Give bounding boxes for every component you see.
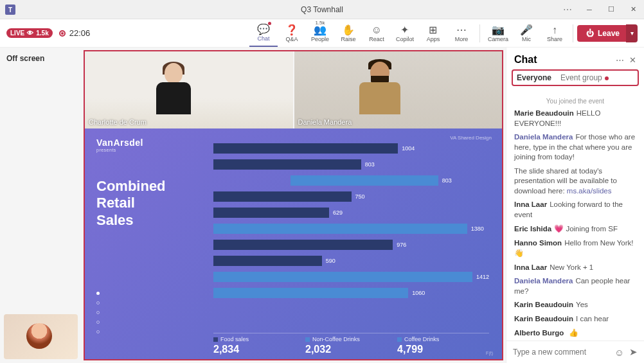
- titlebar-more-icon[interactable]: ⋯: [563, 4, 573, 15]
- camera-icon: 📷: [492, 24, 505, 36]
- toolbar-item-label: Apps: [427, 36, 440, 42]
- message-author: Inna Laar: [514, 200, 547, 208]
- bar: [213, 224, 467, 234]
- toolbar-raise-button[interactable]: ✋Raise: [334, 20, 362, 47]
- chat-tab-event-group[interactable]: Event group: [560, 73, 609, 82]
- chat-message: Alberto Burgo 👍: [514, 328, 636, 339]
- avatar: [361, 59, 399, 117]
- legend-label: Coffee Drinks: [397, 336, 489, 342]
- bar-value: 629: [333, 209, 343, 216]
- main-area: Off screen Charlotte de Crum Daniela Man…: [0, 48, 644, 363]
- video-tile[interactable]: Charlotte de Crum: [85, 51, 293, 128]
- toolbar-react-button[interactable]: ☺React: [362, 20, 391, 47]
- toolbar-share-button[interactable]: ↑Share: [541, 20, 569, 47]
- bar-value: 1060: [412, 290, 425, 296]
- share-icon: ↑: [552, 24, 557, 36]
- video-tile[interactable]: Daniela Mandera: [294, 51, 503, 128]
- toolbar-apps-button[interactable]: ⊞Apps: [419, 20, 447, 47]
- maximize-button[interactable]: ☐: [600, 0, 622, 19]
- react-icon: ☺: [371, 24, 382, 36]
- chat-message: Inna LaarLooking forward to the event: [514, 200, 636, 220]
- bar-chart: 1004803803750629138097659014121060: [213, 141, 489, 333]
- stage: Charlotte de Crum Daniela Mandera VanArs…: [84, 48, 506, 363]
- participant-name: Charlotte de Crum: [89, 118, 147, 126]
- legend-item: Food sales2,834: [213, 336, 305, 355]
- participant-name: Daniela Mandera: [298, 118, 352, 126]
- chat-message: Eric Ishida💗 Joining from SF: [514, 224, 636, 235]
- chat-icon: 💬: [257, 24, 270, 35]
- toolbar-camera-button[interactable]: 📷Camera: [484, 20, 512, 47]
- toolbar-item-label: Raise: [341, 36, 355, 42]
- apps-icon: ⊞: [429, 24, 437, 36]
- people-icon: 👥: [314, 24, 326, 36]
- close-button[interactable]: ✕: [622, 0, 644, 19]
- notification-dot: [268, 22, 271, 25]
- message-author: Daniela Mandera: [514, 277, 573, 285]
- bar-row: 1004: [213, 141, 489, 155]
- chat-message: Marie BeaudouinHELLO EVERYONE!!!: [514, 109, 636, 128]
- toolbar-actions: 💬Chat❓Q&A1.5k👥People✋Raise☺React✦Copilot…: [249, 20, 476, 47]
- message-text: Hello from New York!: [564, 239, 633, 247]
- chat-header: Chat ⋯ ✕: [506, 48, 644, 69]
- notification-dot: [605, 76, 609, 80]
- bar: [213, 272, 472, 282]
- left-gutter: Off screen: [0, 48, 84, 363]
- leave-caret-button[interactable]: ▾: [626, 24, 638, 42]
- message-author: Eric Ishida: [514, 225, 551, 233]
- eye-icon: 👁: [27, 30, 33, 37]
- chat-message: The slide shared at today's presentation…: [514, 166, 636, 197]
- bar-value: 750: [355, 193, 365, 200]
- message-text: I can hear: [576, 315, 609, 323]
- bar: [213, 143, 398, 154]
- toolbar-item-label: Chat: [257, 35, 269, 42]
- window-title: Q3 Townhall: [301, 5, 343, 14]
- live-label: LIVE: [10, 30, 24, 37]
- toolbar-q&a-button[interactable]: ❓Q&A: [278, 20, 306, 47]
- toolbar-chat-button[interactable]: 💬Chat: [249, 20, 278, 47]
- q&a-icon: ❓: [285, 24, 298, 36]
- chat-message: Karin BeaudouinYes: [514, 300, 636, 310]
- toolbar-device-controls: 📷Camera🎤Mic↑Share: [484, 20, 569, 47]
- chat-title: Chat: [514, 54, 611, 66]
- message-author: Karin Beaudouin: [514, 301, 573, 308]
- bar: [213, 240, 393, 250]
- legend-label: Non-Coffee Drinks: [305, 336, 397, 342]
- bar-row: 1412: [213, 270, 489, 284]
- legend-item: Non-Coffee Drinks2,032: [305, 336, 397, 355]
- bar: [213, 256, 322, 266]
- bar-value: 1004: [402, 145, 415, 152]
- toolbar-more-button[interactable]: ⋯More: [447, 20, 476, 47]
- chat-tab-everyone[interactable]: Everyone: [517, 73, 551, 82]
- message-author: Daniela Mandera: [514, 133, 573, 141]
- message-link[interactable]: ms.aka/slides: [567, 187, 612, 195]
- chat-messages[interactable]: You joined the event Marie BeaudouinHELL…: [506, 90, 644, 341]
- self-view-tile[interactable]: [4, 314, 78, 359]
- avatar: [157, 63, 190, 114]
- toolbar-item-label: More: [455, 36, 469, 42]
- chat-input[interactable]: [513, 348, 609, 357]
- minimize-button[interactable]: ─: [578, 0, 600, 19]
- toolbar-people-button[interactable]: 1.5k👥People: [306, 20, 334, 47]
- avatar: [26, 323, 52, 349]
- toolbar-item-label: Share: [547, 36, 562, 42]
- slide-pager[interactable]: [96, 292, 100, 333]
- chat-more-icon[interactable]: ⋯: [616, 55, 624, 65]
- bar-row: 629: [213, 206, 489, 220]
- toolbar-item-label: Camera: [488, 36, 508, 42]
- bar: [213, 159, 361, 170]
- toolbar-copilot-button[interactable]: ✦Copilot: [391, 20, 419, 47]
- leave-button[interactable]: ⏻ Leave: [577, 25, 629, 42]
- copilot-icon: ✦: [400, 24, 409, 36]
- toolbar-item-label: People: [311, 36, 329, 42]
- send-icon[interactable]: ➤: [629, 346, 638, 358]
- chat-close-icon[interactable]: ✕: [629, 55, 636, 65]
- message-author: Hanno Simon: [514, 239, 562, 247]
- bar: [213, 208, 329, 218]
- legend-value: 2,834: [213, 344, 305, 355]
- emoji-icon[interactable]: ☺: [614, 347, 624, 358]
- system-message: You joined the event: [514, 98, 636, 105]
- bar: [213, 288, 408, 298]
- toolbar-mic-button[interactable]: 🎤Mic: [512, 20, 541, 47]
- titlebar: T Q3 Townhall ⋯ ─ ☐ ✕: [0, 0, 644, 19]
- offscreen-label: Off screen: [6, 54, 77, 63]
